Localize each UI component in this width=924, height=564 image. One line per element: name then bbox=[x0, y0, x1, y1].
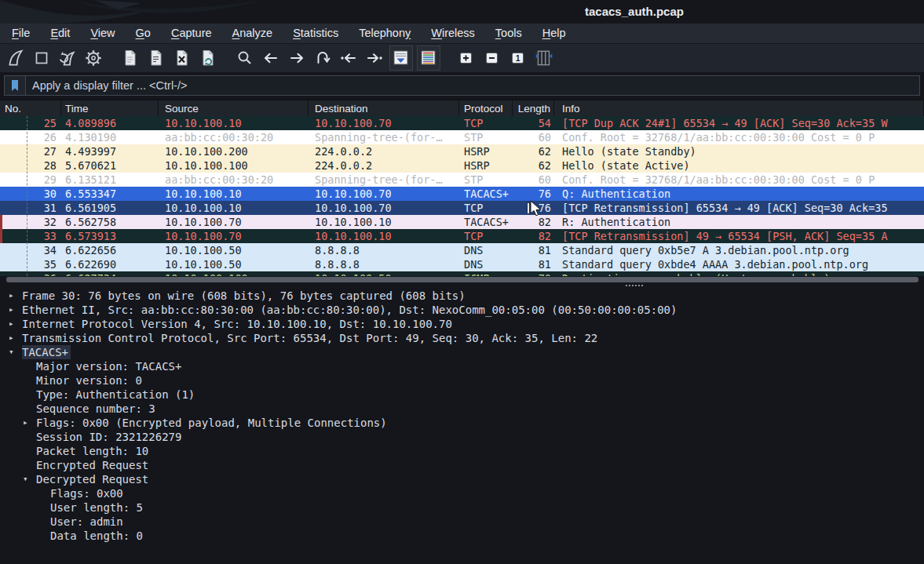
horizontal-scrollbar[interactable] bbox=[0, 276, 924, 283]
splitter-handle-icon[interactable] bbox=[626, 285, 643, 286]
packet-row-34[interactable]: 346.62265610.10.100.508.8.8.8DNS81Standa… bbox=[0, 243, 924, 257]
cell-source: 10.10.100.50 bbox=[159, 243, 309, 257]
auto-scroll-button[interactable] bbox=[389, 45, 413, 71]
zoom-out-button[interactable] bbox=[481, 46, 503, 70]
go-back-icon bbox=[261, 49, 281, 67]
start-capture-button[interactable] bbox=[5, 46, 27, 70]
expand-right-icon[interactable]: ▸ bbox=[6, 331, 22, 345]
kali-dragon-logo bbox=[0, 0, 298, 24]
column-header-source[interactable]: Source bbox=[159, 100, 309, 117]
detail-line[interactable]: ▸Frame 30: 76 bytes on wire (608 bits), … bbox=[0, 289, 924, 303]
packet-row-25[interactable]: 254.08989610.10.100.1010.10.100.70TCP54[… bbox=[0, 116, 924, 130]
stop-capture-button[interactable] bbox=[31, 46, 53, 70]
last-packet-button[interactable] bbox=[363, 46, 385, 70]
packet-row-31[interactable]: 316.56190510.10.100.1010.10.100.70TCP76[… bbox=[0, 201, 924, 215]
column-header-length[interactable]: Length bbox=[513, 100, 554, 117]
column-header-protocol[interactable]: Protocol bbox=[459, 100, 513, 117]
find-packet-button[interactable] bbox=[234, 46, 256, 70]
detail-line[interactable]: ▸Internet Protocol Version 4, Src: 10.10… bbox=[0, 317, 924, 331]
detail-line[interactable]: ▾TACACS+ bbox=[0, 345, 924, 359]
menu-tools[interactable]: Tools bbox=[485, 24, 532, 44]
display-filter-input[interactable]: Apply a display filter ... <Ctrl-/> bbox=[4, 75, 920, 96]
cell-protocol: TCP bbox=[459, 229, 513, 243]
detail-line[interactable]: ▸Transmission Control Protocol, Src Port… bbox=[0, 331, 924, 345]
scrollbar-thumb[interactable] bbox=[6, 277, 919, 282]
packet-row-35[interactable]: 356.62269010.10.100.508.8.8.8DNS81Standa… bbox=[0, 257, 924, 271]
column-header-destination[interactable]: Destination bbox=[309, 100, 459, 117]
column-header-time[interactable]: Time bbox=[61, 100, 159, 117]
packet-row-30[interactable]: 306.55334710.10.100.1010.10.100.70TACACS… bbox=[0, 187, 924, 201]
reload-file-button[interactable] bbox=[197, 46, 219, 70]
packet-row-26[interactable]: 264.130190aa:bb:cc:00:30:20Spanning-tree… bbox=[0, 130, 924, 144]
expand-down-icon[interactable]: ▾ bbox=[6, 345, 22, 359]
detail-line[interactable]: Data length: 0 bbox=[0, 529, 924, 543]
packet-row-27[interactable]: 274.49399710.10.100.200224.0.0.2HSRP62He… bbox=[0, 144, 924, 158]
packet-list[interactable]: 254.08989610.10.100.1010.10.100.70TCP54[… bbox=[0, 116, 924, 276]
detail-line[interactable]: Flags: 0x00 bbox=[0, 486, 924, 500]
expand-down-icon[interactable]: ▾ bbox=[20, 472, 36, 486]
menu-analyze[interactable]: Analyze bbox=[222, 24, 283, 44]
detail-line[interactable]: Sequence number: 3 bbox=[0, 402, 924, 416]
go-forward-button[interactable] bbox=[286, 46, 308, 70]
menu-help[interactable]: Help bbox=[532, 24, 576, 44]
detail-line[interactable]: Packet length: 10 bbox=[0, 444, 924, 458]
column-header-no[interactable]: No. bbox=[0, 100, 61, 117]
detail-line[interactable]: User length: 5 bbox=[0, 500, 924, 515]
column-header-info[interactable]: Info bbox=[554, 100, 924, 117]
find-packet-icon bbox=[236, 49, 254, 67]
cell-info: Hello (state Active) bbox=[554, 158, 924, 173]
detail-line[interactable]: Major version: TACACS+ bbox=[0, 359, 924, 373]
filter-bookmark-button[interactable] bbox=[5, 76, 26, 95]
detail-line[interactable]: ▸Ethernet II, Src: aa:bb:cc:80:30:00 (aa… bbox=[0, 303, 924, 317]
expand-right-icon[interactable]: ▸ bbox=[6, 303, 22, 317]
detail-line[interactable]: Encrypted Request bbox=[0, 458, 924, 472]
cell-info: Standard query 0xbde4 AAAA 3.debian.pool… bbox=[554, 257, 924, 271]
colorize-button[interactable] bbox=[417, 45, 440, 71]
menu-view[interactable]: View bbox=[80, 24, 125, 44]
detail-line[interactable]: Minor version: 0 bbox=[0, 373, 924, 388]
pane-splitter[interactable] bbox=[0, 283, 924, 289]
first-packet-icon bbox=[338, 49, 359, 67]
cell-source: aa:bb:cc:00:30:20 bbox=[159, 130, 309, 144]
menu-go[interactable]: Go bbox=[126, 24, 161, 44]
menu-edit[interactable]: Edit bbox=[40, 24, 80, 44]
normal-size-button[interactable]: 1 bbox=[507, 46, 529, 70]
save-file-button[interactable] bbox=[145, 46, 167, 70]
cell-length: 81 bbox=[513, 243, 554, 257]
menu-telephony[interactable]: Telephony bbox=[349, 24, 421, 44]
expand-right-icon[interactable]: ▸ bbox=[6, 317, 22, 331]
capture-options-icon bbox=[83, 48, 104, 68]
cell-no: 29 bbox=[0, 173, 61, 187]
menu-wireless[interactable]: Wireless bbox=[421, 24, 485, 44]
detail-line[interactable]: ▾Decrypted Request bbox=[0, 472, 924, 486]
menu-statistics[interactable]: Statistics bbox=[283, 24, 349, 44]
close-file-button[interactable] bbox=[171, 46, 193, 70]
detail-line[interactable]: User: admin bbox=[0, 515, 924, 529]
capture-options-button[interactable] bbox=[82, 46, 104, 70]
detail-line[interactable]: ▸Flags: 0x00 (Encrypted payload, Multipl… bbox=[0, 416, 924, 430]
cell-no: 35 bbox=[0, 257, 61, 271]
go-forward-icon bbox=[287, 49, 307, 67]
open-file-button[interactable] bbox=[119, 46, 141, 70]
first-packet-button[interactable] bbox=[338, 46, 360, 70]
zoom-in-button[interactable] bbox=[455, 46, 477, 70]
packet-row-32[interactable]: 326.56275810.10.100.7010.10.100.10TACACS… bbox=[0, 215, 924, 229]
expand-right-icon[interactable]: ▸ bbox=[20, 416, 36, 430]
packet-row-33[interactable]: 336.57391310.10.100.7010.10.100.10TCP82[… bbox=[0, 229, 924, 243]
restart-capture-button[interactable] bbox=[57, 46, 79, 70]
resize-columns-button[interactable] bbox=[533, 46, 555, 70]
menu-file[interactable]: File bbox=[2, 24, 40, 44]
cell-destination: Spanning-tree-(for-… bbox=[309, 173, 459, 187]
packet-row-28[interactable]: 285.67062110.10.100.100224.0.0.2HSRP62He… bbox=[0, 158, 924, 173]
cell-source: 10.10.100.200 bbox=[159, 144, 309, 158]
go-back-button[interactable] bbox=[260, 46, 282, 70]
cell-destination: 8.8.8.8 bbox=[309, 243, 459, 257]
save-file-icon bbox=[147, 49, 166, 67]
go-to-packet-button[interactable] bbox=[312, 46, 334, 70]
detail-line[interactable]: Session ID: 2321226279 bbox=[0, 430, 924, 444]
packet-row-29[interactable]: 296.135121aa:bb:cc:00:30:20Spanning-tree… bbox=[0, 173, 924, 187]
menu-capture[interactable]: Capture bbox=[161, 24, 222, 44]
packet-detail-pane: ▸Frame 30: 76 bytes on wire (608 bits), … bbox=[0, 289, 924, 564]
detail-line[interactable]: Type: Authentication (1) bbox=[0, 388, 924, 402]
expand-right-icon[interactable]: ▸ bbox=[6, 289, 22, 303]
